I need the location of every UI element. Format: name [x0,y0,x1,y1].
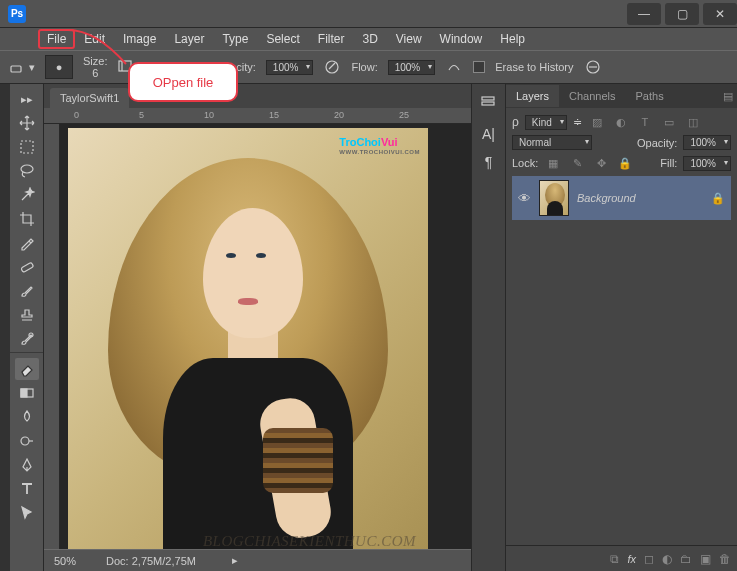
svg-rect-12 [482,97,494,100]
airbrush-toggle[interactable] [445,58,463,76]
svg-point-6 [21,165,33,173]
menu-window[interactable]: Window [431,29,492,49]
lock-icon: 🔒 [711,192,725,205]
zoom-level[interactable]: 50% [54,555,76,567]
type-tool[interactable] [15,478,39,500]
type-icon [19,481,35,497]
filter-kind-dropdown[interactable]: Kind [525,115,567,130]
layer-name[interactable]: Background [577,192,703,204]
delete-icon[interactable]: 🗑 [719,552,731,566]
layer-row[interactable]: 👁 Background 🔒 [512,176,731,220]
stamp-tool[interactable] [15,304,39,326]
panel-menu-icon[interactable]: ▤ [719,88,737,104]
tab-channels[interactable]: Channels [559,85,625,107]
mask-icon[interactable]: ◻ [644,552,654,566]
blend-mode-dropdown[interactable]: Normal [512,135,592,150]
app-logo: Ps [8,5,26,23]
lock-all-icon[interactable]: 🔒 [616,155,634,171]
fill-dropdown[interactable]: 100% [683,156,731,171]
wand-tool[interactable] [15,184,39,206]
character-panel-icon[interactable]: A| [482,126,495,142]
menu-edit[interactable]: Edit [75,29,114,49]
panels-dock: Layers Channels Paths ▤ ρ Kind ≑ ▨ ◐ T ▭… [505,84,737,571]
filter-adjust-icon[interactable]: ◐ [612,114,630,130]
canvas-viewport[interactable]: TroChoiVui WWW.TROCHOIVUI.COM BLOGCHIASE… [60,124,471,549]
paragraph-panel-icon[interactable]: ¶ [485,154,493,170]
menu-file[interactable]: File [38,29,75,49]
dodge-tool[interactable] [15,430,39,452]
history-brush-tool[interactable] [15,328,39,350]
pressure-size-toggle[interactable] [584,58,602,76]
filter-pixel-icon[interactable]: ▨ [588,114,606,130]
fx-icon[interactable]: fx [627,552,636,566]
ruler-horizontal[interactable]: 0510152025 [44,108,471,124]
eraser-icon [19,361,35,377]
menu-filter[interactable]: Filter [309,29,354,49]
lock-position-icon[interactable]: ✥ [592,155,610,171]
menu-3d[interactable]: 3D [353,29,386,49]
flow-label: Flow: [351,61,377,73]
healing-tool[interactable] [15,256,39,278]
group-icon[interactable]: 🗀 [680,552,692,566]
menu-select[interactable]: Select [257,29,308,49]
watermark-text: BLOGCHIASEKIENTHUC.COM [203,533,416,549]
brush-tool[interactable] [15,280,39,302]
filter-shape-icon[interactable]: ▭ [660,114,678,130]
pen-pressure-icon [323,58,341,76]
new-layer-icon[interactable]: ▣ [700,552,711,566]
gradient-tool[interactable] [15,382,39,404]
opacity-dropdown[interactable]: 100% [266,60,314,75]
menu-image[interactable]: Image [114,29,165,49]
move-tool[interactable] [15,112,39,134]
layer-thumbnail[interactable] [539,180,569,216]
menu-type[interactable]: Type [213,29,257,49]
canvas: TroChoiVui WWW.TROCHOIVUI.COM BLOGCHIASE… [68,128,428,549]
pen-tool[interactable] [15,454,39,476]
maximize-button[interactable]: ▢ [665,3,699,25]
brush-preview[interactable]: ● [45,55,73,79]
brush-size[interactable]: Size: 6 [83,55,107,79]
image-lips [238,298,258,305]
history-panel-icon[interactable] [480,94,498,114]
blur-tool[interactable] [15,406,39,428]
link-layers-icon[interactable]: ⧉ [610,552,619,566]
pen-size-icon [584,58,602,76]
move-icon [19,115,35,131]
ruler-vertical[interactable] [44,124,60,549]
path-select-tool[interactable] [15,502,39,524]
document-tab[interactable]: TaylorSwift1 [50,88,129,108]
menu-help[interactable]: Help [491,29,534,49]
layer-opacity-dropdown[interactable]: 100% [683,135,731,150]
menu-view[interactable]: View [387,29,431,49]
pressure-opacity-toggle[interactable] [323,58,341,76]
eyedropper-tool[interactable] [15,232,39,254]
doc-size[interactable]: Doc: 2,75M/2,75M [106,555,196,567]
marquee-tool[interactable] [15,136,39,158]
close-button[interactable]: ✕ [703,3,737,25]
bandaid-icon [19,259,35,275]
filter-type-icon[interactable]: T [636,114,654,130]
adjustment-icon[interactable]: ◐ [662,552,672,566]
layers-footer: ⧉ fx ◻ ◐ 🗀 ▣ 🗑 [506,545,737,571]
erase-history-checkbox[interactable] [473,61,485,73]
filter-smart-icon[interactable]: ◫ [684,114,702,130]
flow-dropdown[interactable]: 100% [388,60,436,75]
visibility-toggle[interactable]: 👁 [518,191,531,206]
brush-icon [19,283,35,299]
panel-tabs: Layers Channels Paths ▤ [506,84,737,108]
tab-layers[interactable]: Layers [506,85,559,107]
lasso-tool[interactable] [15,160,39,182]
watermark-logo: TroChoiVui WWW.TROCHOIVUI.COM [339,134,420,155]
collapse-toggle[interactable]: ▸▸ [15,88,39,110]
eraser-tool-indicator[interactable]: ▾ [8,58,35,76]
crop-tool[interactable] [15,208,39,230]
tab-paths[interactable]: Paths [626,85,674,107]
lock-transparent-icon[interactable]: ▦ [544,155,562,171]
lock-paint-icon[interactable]: ✎ [568,155,586,171]
minimize-button[interactable]: — [627,3,661,25]
pen-icon [19,457,35,473]
menu-layer[interactable]: Layer [165,29,213,49]
layers-panel: ρ Kind ≑ ▨ ◐ T ▭ ◫ Normal Opacity: 100% … [506,108,737,226]
title-bar: Ps — ▢ ✕ [0,0,737,28]
eraser-tool[interactable] [15,358,39,380]
